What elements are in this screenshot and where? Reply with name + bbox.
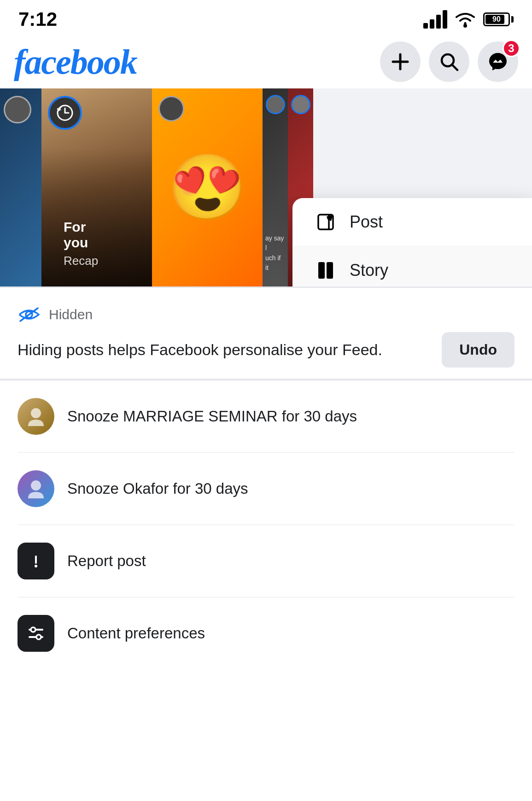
recap-label: Recap bbox=[64, 254, 98, 268]
signal-icon bbox=[423, 10, 447, 29]
dropdown-item-post[interactable]: Post bbox=[292, 198, 532, 246]
content-preferences-text: Content preferences bbox=[67, 625, 205, 642]
dropdown-item-story[interactable]: Story bbox=[292, 246, 532, 286]
status-time: 7:12 bbox=[18, 8, 57, 30]
story-card-partial[interactable] bbox=[0, 88, 41, 286]
svg-point-44 bbox=[36, 635, 41, 639]
avatar-okafor bbox=[18, 470, 54, 507]
undo-button[interactable]: Undo bbox=[442, 332, 514, 368]
search-button[interactable] bbox=[429, 41, 469, 82]
hidden-text: Hiding posts helps Facebook personalise … bbox=[18, 339, 433, 361]
svg-rect-12 bbox=[327, 262, 333, 279]
messenger-button[interactable]: 3 bbox=[478, 41, 518, 82]
hidden-section: Hidden Hiding posts helps Facebook perso… bbox=[0, 288, 532, 379]
menu-item-report-post[interactable]: Report post bbox=[18, 525, 514, 597]
status-bar: 7:12 90 bbox=[0, 0, 532, 35]
svg-point-37 bbox=[31, 480, 41, 491]
svg-rect-11 bbox=[318, 262, 325, 279]
post-label: Post bbox=[350, 212, 383, 232]
history-icon bbox=[56, 104, 74, 122]
story-card-partial-2[interactable]: ay say l uch if it bbox=[263, 88, 288, 286]
story-label: Story bbox=[350, 261, 388, 280]
svg-rect-2 bbox=[436, 15, 441, 29]
snooze-marriage-text: Snooze MARRIAGE SEMINAR for 30 days bbox=[67, 408, 357, 425]
facebook-logo: facebook bbox=[14, 42, 137, 82]
story-card-emoji[interactable]: 😍 bbox=[152, 88, 263, 286]
hidden-label: Hidden bbox=[49, 307, 93, 322]
svg-rect-0 bbox=[423, 23, 428, 29]
stories-section: For you Recap 😍 ay say l uch if it bbox=[0, 88, 532, 286]
report-icon bbox=[26, 551, 46, 571]
for-you-label: For you bbox=[64, 219, 88, 251]
svg-rect-3 bbox=[443, 10, 447, 29]
svg-point-40 bbox=[35, 565, 37, 567]
svg-line-8 bbox=[452, 64, 457, 70]
svg-point-4 bbox=[463, 24, 467, 28]
report-icon-box bbox=[18, 543, 54, 579]
report-post-text: Report post bbox=[67, 552, 146, 570]
hidden-row: Hiding posts helps Facebook personalise … bbox=[18, 332, 514, 368]
search-icon bbox=[439, 52, 459, 71]
status-icons: 90 bbox=[423, 10, 514, 29]
dropdown-menu: Post Story bbox=[292, 198, 532, 286]
svg-point-36 bbox=[31, 408, 41, 418]
emoji-heart-eyes: 😍 bbox=[167, 155, 248, 220]
battery-icon: 90 bbox=[483, 12, 514, 26]
hidden-eye-icon bbox=[18, 305, 41, 324]
story-icon bbox=[316, 260, 336, 281]
messenger-badge: 3 bbox=[503, 40, 520, 57]
svg-point-43 bbox=[31, 627, 35, 632]
header-actions: 3 bbox=[380, 41, 518, 82]
post-icon bbox=[316, 212, 336, 232]
svg-rect-1 bbox=[430, 19, 434, 29]
plus-icon bbox=[391, 53, 409, 71]
avatar-marriage-seminar bbox=[18, 398, 54, 435]
menu-item-snooze-okafor[interactable]: Snooze Okafor for 30 days bbox=[18, 453, 514, 525]
menu-item-content-preferences[interactable]: Content preferences bbox=[18, 597, 514, 669]
header: facebook 3 bbox=[0, 35, 532, 88]
battery-level: 90 bbox=[485, 14, 509, 25]
hidden-header: Hidden bbox=[18, 305, 514, 324]
story-card-for-you[interactable]: For you Recap bbox=[41, 88, 152, 286]
sliders-icon bbox=[26, 623, 46, 643]
wifi-icon bbox=[454, 11, 477, 28]
add-button[interactable] bbox=[380, 41, 421, 82]
content-prefs-icon-box bbox=[18, 615, 54, 652]
menu-item-snooze-marriage[interactable]: Snooze MARRIAGE SEMINAR for 30 days bbox=[18, 380, 514, 453]
menu-section: Snooze MARRIAGE SEMINAR for 30 days Snoo… bbox=[0, 380, 532, 669]
snooze-okafor-text: Snooze Okafor for 30 days bbox=[67, 480, 248, 497]
